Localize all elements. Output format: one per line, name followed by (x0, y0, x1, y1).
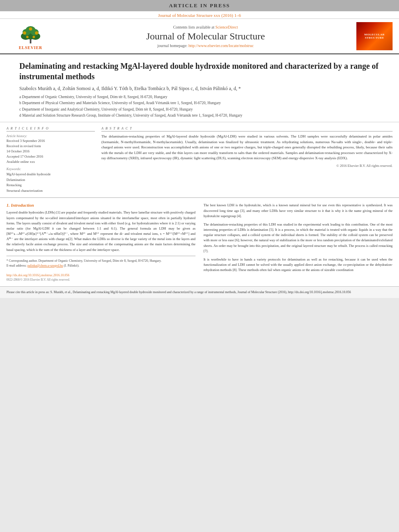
affil-d: d Material and Solution Structure Resear… (19, 113, 380, 118)
logo-line2: STRUCTURE (365, 36, 384, 39)
keyword-3: Restacking (6, 183, 95, 188)
left-intro-col: 1. Introduction Layered double hydroxide… (6, 203, 195, 281)
accepted-date: Accepted 17 October 2016 (6, 154, 95, 158)
citation-text: Please cite this article in press as: S.… (6, 290, 351, 294)
issn-text: 0022-2860/© 2016 Elsevier B.V. All right… (6, 278, 195, 281)
journal-main-title: Journal of Molecular Structure (55, 31, 356, 42)
journal-header: ELSEVIER Contents lists available at Sci… (0, 19, 399, 54)
svg-point-8 (29, 27, 32, 31)
article-in-press-banner: ARTICLE IN PRESS (0, 0, 399, 11)
history-label: Article history: (6, 134, 95, 138)
abstract-col: A B S T R A C T The delamination-restack… (101, 126, 393, 193)
revised-date: 14 October 2016 (6, 149, 95, 153)
copyright-line: © 2016 Elsevier B.V. All rights reserved… (101, 164, 393, 168)
elsevier-logo: ELSEVIER (6, 23, 55, 50)
banner-text: ARTICLE IN PRESS (169, 2, 230, 8)
svg-point-7 (23, 31, 26, 35)
keyword-1: MgAl-layered double hydroxide (6, 172, 95, 177)
sciencedirect-prefix: Contents lists available at (173, 25, 215, 29)
revised-label: Received in revised form (6, 144, 95, 148)
keywords-label: Keywords: (6, 167, 95, 171)
footnote-section: * Corresponding author. Department of Or… (6, 256, 195, 268)
sciencedirect-link[interactable]: ScienceDirect (215, 25, 238, 29)
elsevier-brand-text: ELSEVIER (19, 45, 43, 50)
intro-para4: It is worthwhile to have in hands a vari… (204, 257, 393, 273)
affiliations: a Department of Organic Chemistry, Unive… (19, 94, 380, 118)
elsevier-tree-icon (10, 23, 51, 45)
abstract-label: A B S T R A C T (101, 126, 393, 131)
article-info-abstract-section: A R T I C L E I N F O Article history: R… (0, 122, 399, 198)
article-info-col: A R T I C L E I N F O Article history: R… (6, 126, 95, 193)
logo-line1: MOLECULAR (364, 33, 385, 36)
article-title: Delaminating and restacking MgAl-layered… (19, 61, 380, 82)
intro-para3: The delamination-restacking properties o… (204, 222, 393, 254)
homepage-url[interactable]: http://www.elsevier.com/locate/molstruc (189, 43, 254, 48)
authors-text: Szabolcs Muráth a, d, Zoltán Somosi a, d… (19, 86, 241, 91)
journal-homepage-line: journal homepage: http://www.elsevier.co… (55, 43, 356, 48)
affil-c: c Department of Inorganic and Analytical… (19, 107, 380, 112)
keyword-2: Delamination (6, 177, 95, 183)
footnote-corresponding: * Corresponding author. Department of Or… (6, 259, 195, 263)
received-date: Received 3 September 2016 (6, 139, 95, 143)
article-title-section: Delaminating and restacking MgAl-layered… (0, 54, 399, 122)
homepage-prefix: journal homepage: (157, 43, 188, 48)
svg-point-10 (26, 36, 29, 38)
main-content: 1. Introduction Layered double hydroxide… (0, 198, 399, 286)
footnote-email-line: E-mail address: palinka@chem.u-szeged.hu… (6, 263, 195, 268)
svg-point-11 (33, 36, 35, 38)
article-info-label: A R T I C L E I N F O (6, 126, 95, 131)
intro-para1: Layered double hydroxides (LDHs) [1] are… (6, 210, 195, 252)
email-link[interactable]: palinka@chem.u-szeged.hu (27, 264, 63, 267)
journal-logo-right: MOLECULAR STRUCTURE (356, 22, 393, 50)
citation-bar: Please cite this article in press as: S.… (0, 286, 399, 298)
keyword-4: Structural characterization (6, 188, 95, 194)
email-suffix: (I. Pálinkó). (64, 264, 79, 267)
page-wrapper: ARTICLE IN PRESS Journal of Molecular St… (0, 0, 399, 298)
intro-para2: The best known LDH is the hydrotalcite, … (204, 203, 393, 219)
email-label: E-mail address: (6, 264, 27, 267)
journal-issue-text: Journal of Molecular Structure xxx (2016… (158, 13, 241, 18)
journal-line: Journal of Molecular Structure xxx (2016… (0, 11, 399, 19)
abstract-text: The delamination-restacking properties o… (101, 134, 393, 161)
available-online: Available online xxx (6, 160, 95, 164)
affil-a: a Department of Organic Chemistry, Unive… (19, 94, 380, 100)
right-intro-col: The best known LDH is the hydrotalcite, … (204, 203, 393, 281)
svg-point-9 (35, 31, 38, 35)
intro-heading: 1. Introduction (6, 203, 195, 207)
sciencedirect-line: Contents lists available at ScienceDirec… (55, 25, 356, 29)
doi-link[interactable]: http://dx.doi.org/10.1016/j.molstruc.201… (6, 273, 70, 277)
affil-b: b Department of Physical Chemistry and M… (19, 100, 380, 106)
authors-line: Szabolcs Muráth a, d, Zoltán Somosi a, d… (19, 86, 380, 92)
journal-center-info: Contents lists available at ScienceDirec… (55, 25, 356, 48)
keywords-list: MgAl-layered double hydroxide Delaminati… (6, 172, 95, 193)
